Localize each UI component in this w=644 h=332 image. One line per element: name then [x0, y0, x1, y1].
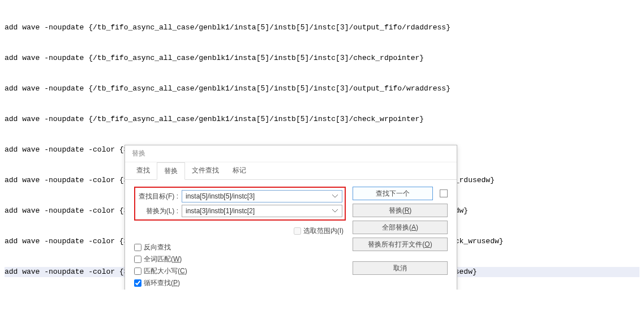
find-next-button[interactable]: 查找下一个	[353, 187, 433, 200]
reverse-label: 反向查找	[144, 243, 171, 252]
wrap-around-check-input[interactable]	[134, 279, 141, 287]
reverse-check-input[interactable]	[134, 244, 141, 251]
reverse-checkbox[interactable]: 反向查找	[134, 243, 346, 252]
dialog-title: 替换	[125, 145, 457, 162]
wrap-around-checkbox[interactable]: 循环查找(P)	[134, 278, 346, 288]
cancel-button[interactable]: 取消	[353, 261, 448, 275]
find-next-extra-checkbox[interactable]	[440, 189, 448, 197]
tab-find[interactable]: 查找	[130, 162, 157, 179]
find-input-text: insta[5]/instb[5]/instc[3]	[186, 192, 332, 200]
code-line: add wave -noupdate {/tb_fifo_async_all_c…	[5, 84, 639, 94]
replace-label: 替换为(L) :	[138, 206, 178, 216]
match-case-checkbox[interactable]: 匹配大小写(C)	[134, 266, 346, 276]
replace-input-text: insta[3]/instb[1]/instc[2]	[186, 207, 332, 215]
whole-word-checkbox[interactable]: 全词匹配(W)	[134, 255, 346, 264]
replace-input[interactable]: insta[3]/instb[1]/instc[2]	[182, 205, 342, 217]
dialog-tabs: 查找 替换 文件查找 标记	[125, 162, 457, 180]
chevron-down-icon[interactable]	[332, 193, 338, 200]
find-label: 查找目标(F) :	[138, 192, 178, 201]
find-replace-inputs: 查找目标(F) : insta[5]/instb[5]/instc[3] 替换为…	[134, 187, 346, 221]
in-selection-check-input[interactable]	[294, 227, 301, 235]
chevron-down-icon[interactable]	[332, 208, 338, 214]
match-case-check-input[interactable]	[134, 268, 141, 275]
tab-mark[interactable]: 标记	[226, 162, 253, 179]
tab-replace[interactable]: 替换	[157, 162, 185, 180]
whole-word-label: 全词匹配(W)	[144, 255, 182, 264]
in-selection-checkbox[interactable]: 选取范围内(I)	[294, 226, 344, 236]
replace-button[interactable]: 替换(R)	[353, 204, 448, 217]
code-line: add wave -noupdate {/tb_fifo_async_all_c…	[5, 53, 639, 63]
replace-all-button[interactable]: 全部替换(A)	[353, 221, 448, 234]
code-line: add wave -noupdate {/tb_fifo_async_all_c…	[5, 23, 639, 33]
wrap-around-label: 循环查找(P)	[144, 278, 180, 288]
in-selection-label: 选取范围内(I)	[303, 226, 344, 236]
tab-find-in-files[interactable]: 文件查找	[185, 162, 226, 179]
replace-dialog: 替换 查找 替换 文件查找 标记 查找目标(F) : insta[5]/inst…	[124, 145, 457, 290]
replace-all-open-button[interactable]: 替换所有打开文件(O)	[353, 238, 448, 251]
find-input[interactable]: insta[5]/instb[5]/instc[3]	[182, 190, 342, 202]
code-line: add wave -noupdate {/tb_fifo_async_all_c…	[5, 114, 639, 124]
whole-word-check-input[interactable]	[134, 256, 141, 263]
match-case-label: 匹配大小写(C)	[144, 266, 187, 276]
